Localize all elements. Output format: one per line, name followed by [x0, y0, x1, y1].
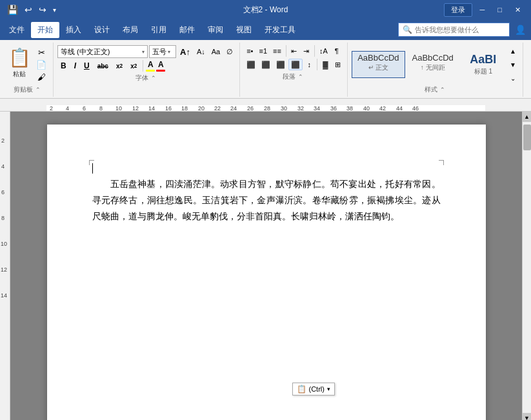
- clipboard-expand[interactable]: ⌃: [34, 86, 42, 93]
- font-size-decrease-button[interactable]: A↓: [194, 46, 208, 57]
- paste-tooltip-label: (Ctrl): [309, 385, 325, 393]
- clipboard-group: 📋 粘贴 ✂ 📄 🖌 剪贴板 ⌃: [3, 43, 54, 97]
- bullets-button[interactable]: ≡•: [244, 45, 255, 57]
- font-color-button[interactable]: A: [156, 60, 165, 72]
- style-heading1[interactable]: AaBI 标题 1: [461, 51, 506, 78]
- italic-button[interactable]: I: [71, 60, 79, 72]
- cursor: [92, 163, 441, 174]
- user-icon[interactable]: 👤: [515, 25, 526, 35]
- vertical-scrollbar[interactable]: ▲ ▼: [522, 112, 531, 420]
- customize-qa-icon[interactable]: ▾: [51, 5, 58, 15]
- styles-label: 样式 ⌃: [352, 85, 519, 94]
- menu-mail[interactable]: 邮件: [173, 22, 201, 38]
- search-bar[interactable]: 🔍: [398, 23, 510, 37]
- text-highlight-button[interactable]: A: [146, 60, 155, 72]
- titlebar: 💾 ↩ ↪ ▾ 文档2 - Word 登录 ─ □ ✕: [0, 0, 531, 19]
- line-spacing-button[interactable]: ↕: [303, 59, 315, 70]
- superscript-button[interactable]: x2: [127, 60, 140, 72]
- paragraph-label: 段落 ⌃: [244, 72, 343, 81]
- ribbon: 📋 粘贴 ✂ 📄 🖌 剪贴板 ⌃: [0, 40, 531, 99]
- copy-button[interactable]: 📄: [34, 59, 49, 70]
- cut-button[interactable]: ✂: [34, 46, 49, 58]
- menu-view[interactable]: 视图: [230, 22, 258, 38]
- styles-group-expand[interactable]: ⌃: [439, 86, 446, 93]
- maximize-button[interactable]: □: [492, 5, 507, 15]
- document-page: 五岳盘神基，四渎涌茫津。动求目方智，默守标静仁。苟不宴出处，托好有常因。寻元存终…: [47, 125, 486, 420]
- scroll-down-button[interactable]: ▼: [523, 413, 532, 420]
- document-area[interactable]: 五岳盘神基，四渎涌茫津。动求目方智，默守标静仁。苟不宴出处，托好有常因。寻元存终…: [10, 112, 522, 420]
- styles-scroll-up[interactable]: ▲: [507, 45, 519, 57]
- justify-button[interactable]: ⬛: [288, 59, 303, 70]
- paragraph-expand[interactable]: ⌃: [297, 74, 305, 80]
- redo-icon[interactable]: ↪: [37, 3, 48, 16]
- font-label: 字体 ⌃: [57, 74, 235, 83]
- menu-file[interactable]: 文件: [3, 22, 31, 38]
- vertical-ruler: 2 4 6 8 10 12 14: [0, 112, 10, 420]
- styles-group: AaBbCcDd ↵ 正文 AaBbCcDd ↑ 无间距 AaBI 标题 1: [348, 43, 523, 97]
- horizontal-ruler: 2 4 6 8 10 12 14 16 18 20 22 24 26 28 30…: [0, 99, 531, 112]
- quick-access-toolbar: 💾 ↩ ↪ ▾: [5, 3, 58, 16]
- edit-button[interactable]: 🔍 编辑: [527, 45, 531, 81]
- paste-tooltip-arrow: ▾: [327, 386, 330, 392]
- menu-start[interactable]: 开始: [31, 22, 59, 38]
- paste-button[interactable]: 📋 粘贴: [6, 45, 32, 81]
- align-left-button[interactable]: ⬛: [244, 59, 258, 70]
- underline-button[interactable]: U: [81, 60, 93, 72]
- close-button[interactable]: ✕: [510, 5, 526, 15]
- numbering-button[interactable]: ≡1: [256, 45, 270, 57]
- styles-expand[interactable]: ⌄: [507, 72, 519, 84]
- search-icon: 🔍: [403, 25, 412, 34]
- style-normal[interactable]: AaBbCcDd ↵ 正文: [352, 51, 405, 78]
- window-controls: 登录 ─ □ ✕: [444, 3, 526, 17]
- font-size-dropdown[interactable]: 五号 ▾: [149, 45, 176, 58]
- font-expand[interactable]: ⌃: [150, 75, 157, 81]
- change-case-button[interactable]: Aa: [209, 46, 223, 57]
- menu-developer[interactable]: 开发工具: [258, 22, 302, 38]
- menu-insert[interactable]: 插入: [59, 22, 88, 38]
- search-input[interactable]: [415, 26, 505, 34]
- menu-design[interactable]: 设计: [88, 22, 116, 38]
- editing-group: 🔍 编辑 编辑: [523, 43, 531, 97]
- menu-references[interactable]: 引用: [145, 22, 173, 38]
- clear-format-button[interactable]: ∅: [224, 46, 235, 57]
- bold-button[interactable]: B: [57, 60, 70, 72]
- document-text: 五岳盘神基，四渎涌茫津。动求目方智，默守标静仁。苟不宴出处，托好有常因。寻元存终…: [92, 176, 441, 225]
- increase-indent-button[interactable]: ⇥: [301, 45, 312, 57]
- window-title: 文档2 - Word: [243, 5, 288, 15]
- show-marks-button[interactable]: ¶: [331, 45, 343, 57]
- align-center-button[interactable]: ⬛: [259, 59, 273, 70]
- clipboard-label: 剪贴板 ⌃: [6, 85, 49, 94]
- sort-button[interactable]: ↕A: [317, 45, 330, 57]
- align-right-button[interactable]: ⬛: [274, 59, 288, 70]
- font-name-dropdown[interactable]: 等线 (中文正文) ▾: [57, 45, 148, 58]
- paragraph-group: ≡• ≡1 ≡≡ ⇤ ⇥ ↕A ¶ ⬛ ⬛ ⬛ ⬛ ↕: [240, 43, 348, 97]
- undo-icon[interactable]: ↩: [23, 3, 34, 16]
- format-painter-button[interactable]: 🖌: [34, 71, 49, 83]
- strikethrough-button[interactable]: abc: [94, 60, 112, 72]
- menubar: 文件 开始 插入 设计 布局 引用 邮件 审阅 视图 开发工具 🔍 👤: [0, 19, 531, 40]
- subscript-button[interactable]: x2: [113, 60, 126, 72]
- editing-label: 编辑: [527, 82, 531, 91]
- font-size-increase-button[interactable]: A↑: [177, 46, 193, 57]
- scroll-thumb[interactable]: [523, 125, 531, 150]
- borders-button[interactable]: ⊞: [332, 59, 343, 70]
- save-icon[interactable]: 💾: [5, 3, 20, 16]
- style-no-spacing[interactable]: AaBbCcDd ↑ 无间距: [406, 51, 459, 78]
- styles-scroll-down[interactable]: ▼: [507, 59, 519, 70]
- menu-review[interactable]: 审阅: [201, 22, 230, 38]
- font-group: 等线 (中文正文) ▾ 五号 ▾ A↑ A↓ Aa ∅ B I U: [54, 43, 240, 97]
- minimize-button[interactable]: ─: [475, 5, 490, 15]
- scroll-up-button[interactable]: ▲: [523, 112, 532, 122]
- paste-tooltip[interactable]: 📋 (Ctrl) ▾: [292, 383, 335, 395]
- paste-tooltip-icon: 📋: [297, 385, 306, 394]
- decrease-indent-button[interactable]: ⇤: [288, 45, 300, 57]
- login-button[interactable]: 登录: [444, 3, 472, 17]
- shading-button[interactable]: ▓: [319, 59, 331, 70]
- menu-layout[interactable]: 布局: [116, 22, 145, 38]
- multilevel-button[interactable]: ≡≡: [270, 45, 284, 57]
